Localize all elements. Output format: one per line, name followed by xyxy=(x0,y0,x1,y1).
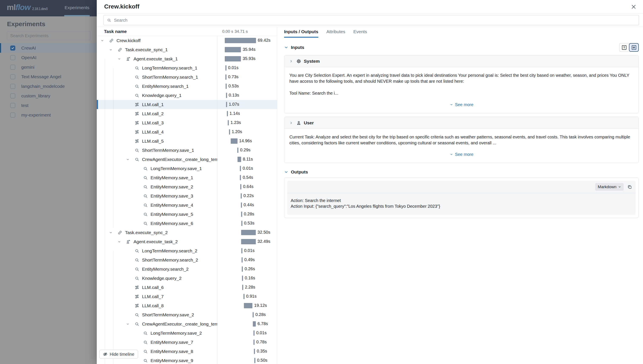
tree-row-llm-call-3[interactable]: LLM.call_31.23s xyxy=(97,118,277,127)
span-name-cell: EntityMemory.save_4 xyxy=(97,200,217,210)
tree-row-crewagentexecutor-create-long-term-memory[interactable]: CrewAgentExecutor._create_long_term_memo… xyxy=(97,319,277,328)
duration-bar xyxy=(240,184,241,190)
sidebar-item-langchain-modelcode[interactable]: langchain_modelcode xyxy=(0,82,97,91)
checkbox-unchecked-icon[interactable] xyxy=(10,55,15,60)
sidebar-item-my-experiment[interactable]: my-experiment xyxy=(0,110,97,120)
outputs-inner-panel: Markdown Action: Search the internetActi… xyxy=(287,181,636,215)
checkbox-unchecked-icon[interactable] xyxy=(10,112,15,118)
experiments-search-input[interactable] xyxy=(7,31,90,40)
chevron-down-icon[interactable] xyxy=(126,322,134,326)
timeline-cell: 0.53s xyxy=(217,82,277,91)
tree-row-knowledge-query-1[interactable]: Knowledge.query_10.13s xyxy=(97,91,277,100)
tree-row-entitymemory-save-2[interactable]: EntityMemory.save_20.64s xyxy=(97,182,277,191)
chevron-down-icon[interactable] xyxy=(126,158,134,162)
duration-label: 1.07s xyxy=(229,102,239,107)
tree-row-entitymemory-search-1[interactable]: EntityMemory.search_10.53s xyxy=(97,82,277,91)
user-card-header[interactable]: User xyxy=(284,117,638,129)
timeline-cell: 0.16s xyxy=(217,274,277,283)
tree-row-llm-call-5[interactable]: LLM.call_514.96s xyxy=(97,136,277,146)
sidebar-item-openai[interactable]: OpenAI xyxy=(0,53,97,62)
tree-row-entitymemory-save-7[interactable]: EntityMemory.save_70.78s xyxy=(97,338,277,347)
tree-row-shorttermmemory-save-1[interactable]: ShortTermMemory.save_10.29s xyxy=(97,146,277,155)
chevron-down-icon xyxy=(618,186,621,188)
tree-row-shorttermmemory-save-2[interactable]: ShortTermMemory.save_20.28s xyxy=(97,310,277,319)
tree-row-knowledge-query-2[interactable]: Knowledge.query_20.16s xyxy=(97,274,277,283)
sidebar-item-custom-library[interactable]: custom_library xyxy=(0,91,97,100)
raw-text-view-icon[interactable]: T xyxy=(619,43,629,52)
tree-row-agent-execute-task-2[interactable]: Agent.execute_task_232.49s xyxy=(97,237,277,246)
duration-label: 0.78s xyxy=(256,340,267,344)
tree-row-entitymemory-search-2[interactable]: EntityMemory.search_20.26s xyxy=(97,264,277,274)
timeline-cell: 0.22s xyxy=(217,191,277,200)
sidebar-item-label: OpenAI xyxy=(21,55,36,60)
system-card-header[interactable]: System xyxy=(284,55,638,67)
span-name-cell: EntityMemory.search_1 xyxy=(97,82,217,91)
checkbox-unchecked-icon[interactable] xyxy=(10,74,15,79)
search-icon xyxy=(134,276,140,281)
checkbox-unchecked-icon[interactable] xyxy=(10,103,15,108)
span-name-label: LLM.call_8 xyxy=(142,303,164,308)
checkbox-unchecked-icon[interactable] xyxy=(10,93,15,98)
markdown-format-dropdown[interactable]: Markdown xyxy=(595,183,624,191)
tree-row-shorttermmemory-search-2[interactable]: ShortTermMemory.search_20.49s xyxy=(97,255,277,264)
chevron-down-icon[interactable] xyxy=(109,48,117,52)
chevron-down-icon[interactable] xyxy=(284,45,288,50)
chevron-down-icon[interactable] xyxy=(109,231,117,234)
close-icon[interactable] xyxy=(630,2,638,11)
nav-tab-experiments[interactable]: Experiments xyxy=(64,0,90,15)
sidebar-item-test[interactable]: test xyxy=(0,100,97,110)
tree-row-entitymemory-save-4[interactable]: EntityMemory.save_40.44s xyxy=(97,200,277,210)
outputs-section-header: Outputs xyxy=(284,170,639,174)
drawer-header: Crew.kickoff xyxy=(97,0,643,14)
tree-row-llm-call-2[interactable]: LLM.call_21.14s xyxy=(97,109,277,118)
tab-events[interactable]: Events xyxy=(354,29,367,38)
tree-row-entitymemory-save-5[interactable]: EntityMemory.save_50.28s xyxy=(97,210,277,219)
tree-row-entitymemory-save-1[interactable]: EntityMemory.save_10.54s xyxy=(97,173,277,182)
tab-inputs-outputs[interactable]: Inputs / Outputs xyxy=(284,29,318,38)
tree-row-agent-execute-task-1[interactable]: Agent.execute_task_135.93s xyxy=(97,54,277,63)
tree-row-llm-call-8[interactable]: LLM.call_819.12s xyxy=(97,301,277,310)
message-text: You are City Selection Expert. An expert… xyxy=(284,67,638,113)
tree-row-task-execute-sync-2[interactable]: Task.execute_sync_232.50s xyxy=(97,228,277,237)
copy-icon[interactable] xyxy=(627,184,632,190)
markdown-view-icon[interactable]: M xyxy=(629,43,639,52)
sidebar-item-label: gemini xyxy=(21,65,34,70)
llm-icon xyxy=(134,111,140,116)
search-icon xyxy=(134,84,140,89)
tree-row-longtermmemory-search-1[interactable]: LongTermMemory.search_10.01s xyxy=(97,63,277,72)
tree-row-llm-call-7[interactable]: LLM.call_70.91s xyxy=(97,292,277,301)
tree-row-task-execute-sync-1[interactable]: Task.execute_sync_135.94s xyxy=(97,45,277,54)
tree-row-crew-kickoff[interactable]: Crew.kickoff69.42s xyxy=(97,36,277,45)
tree-row-longtermmemory-search-2[interactable]: LongTermMemory.search_20.01s xyxy=(97,246,277,255)
span-name-cell: EntityMemory.search_2 xyxy=(97,264,217,274)
span-search-input[interactable] xyxy=(114,18,636,23)
chevron-down-icon[interactable] xyxy=(117,57,126,61)
chevron-down-icon[interactable] xyxy=(117,240,126,244)
tree-row-shorttermmemory-search-1[interactable]: ShortTermMemory.search_10.73s xyxy=(97,72,277,82)
tree-row-longtermmemory-save-1[interactable]: LongTermMemory.save_10.01s xyxy=(97,164,277,173)
logo-flow: flow xyxy=(16,3,30,12)
sidebar-item-text-message-angel[interactable]: Text Message Angel xyxy=(0,72,97,82)
checkbox-unchecked-icon[interactable] xyxy=(10,84,15,89)
see-more-link[interactable]: See more xyxy=(290,146,634,160)
tree-row-llm-call-1[interactable]: LLM.call_11.07s xyxy=(97,100,277,109)
span-name-label: EntityMemory.save_7 xyxy=(150,340,193,345)
tree-row-entitymemory-save-6[interactable]: EntityMemory.save_60.53s xyxy=(97,219,277,228)
tree-row-crewagentexecutor-create-long-term-memory[interactable]: CrewAgentExecutor._create_long_term_memo… xyxy=(97,155,277,164)
chevron-down-icon[interactable] xyxy=(100,39,109,42)
checkbox-unchecked-icon[interactable] xyxy=(10,65,15,70)
sidebar-item-gemini[interactable]: gemini xyxy=(0,62,97,72)
hide-timeline-button[interactable]: Hide timeline xyxy=(99,350,138,359)
tab-attributes[interactable]: Attributes xyxy=(326,29,345,38)
sidebar-item-crewai[interactable]: CrewAI xyxy=(0,43,97,53)
tree-row-entitymemory-save-3[interactable]: EntityMemory.save_30.22s xyxy=(97,191,277,200)
see-more-link[interactable]: See more xyxy=(290,96,634,110)
duration-label: 6.78s xyxy=(258,321,268,326)
duration-bar xyxy=(254,349,255,354)
checkbox-checked-icon[interactable] xyxy=(10,46,15,50)
tree-row-llm-call-4[interactable]: LLM.call_41.20s xyxy=(97,127,277,136)
tree-row-longtermmemory-save-2[interactable]: LongTermMemory.save_20.01s xyxy=(97,328,277,338)
duration-bar xyxy=(227,111,228,116)
chevron-down-icon[interactable] xyxy=(284,170,288,174)
tree-row-llm-call-6[interactable]: LLM.call_62.28s xyxy=(97,283,277,292)
